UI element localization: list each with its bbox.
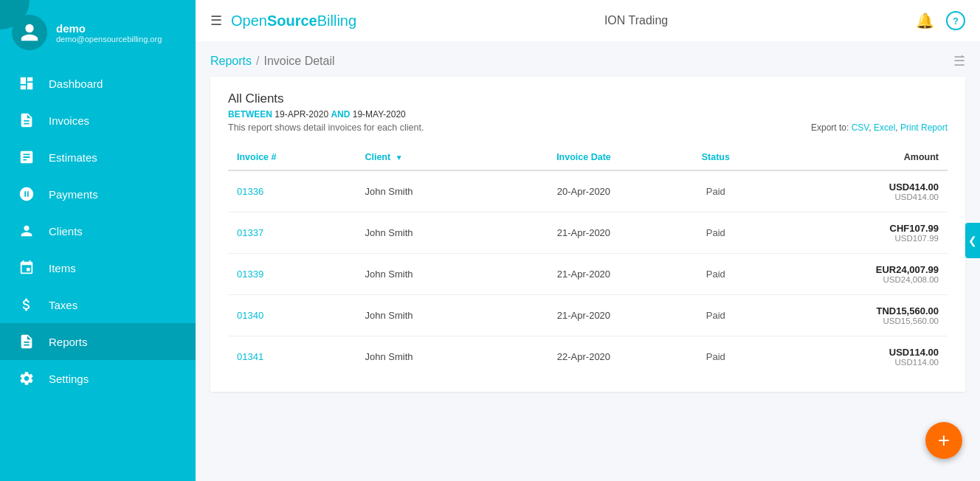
date-start: 19-APR-2020 (275, 109, 331, 120)
right-collapse-tab[interactable]: ❮ (965, 223, 980, 258)
table-row: 01341 John Smith 22-Apr-2020 Paid USD114… (228, 336, 948, 378)
sidebar-label-estimates: Estimates (49, 151, 97, 164)
report-card: All Clients BETWEEN 19-APR-2020 AND 19-M… (210, 77, 965, 392)
invoice-link-4[interactable]: 01341 (237, 351, 263, 362)
col-invoice-date: Invoice Date (503, 145, 665, 170)
cell-invoice-num-4: 01341 (228, 336, 356, 378)
dashboard-icon (15, 75, 38, 91)
settings-icon (15, 370, 38, 387)
export-csv-link[interactable]: CSV (852, 122, 869, 133)
sidebar-item-dashboard[interactable]: Dashboard (0, 65, 196, 102)
cell-status-3: Paid (664, 295, 767, 336)
items-icon (15, 260, 38, 276)
page-content: Reports / Invoice Detail ☰̇ All Clients … (196, 41, 980, 481)
reports-icon (15, 333, 38, 350)
invoice-link-2[interactable]: 01339 (237, 269, 263, 280)
invoice-link-0[interactable]: 01336 (237, 186, 263, 197)
sidebar-label-items: Items (49, 262, 76, 274)
cell-amount-1: CHF107.99 USD107.99 (767, 212, 948, 254)
report-description: This report shows detail invoices for ea… (228, 122, 948, 133)
table-row: 01336 John Smith 20-Apr-2020 Paid USD414… (228, 170, 948, 212)
amount-secondary-2: USD24,008.00 (776, 275, 939, 284)
company-name: ION Trading (604, 14, 668, 27)
sidebar-label-payments: Payments (49, 188, 98, 201)
cell-date-0: 20-Apr-2020 (503, 170, 665, 212)
profile-email: demo@opensourcebilling.org (56, 35, 162, 44)
export-print-link[interactable]: Print Report (900, 122, 948, 133)
amount-secondary-0: USD414.00 (776, 193, 939, 201)
date-end: 19-MAY-2020 (353, 109, 406, 120)
sidebar-item-estimates[interactable]: Estimates (0, 139, 196, 176)
export-excel-link[interactable]: Excel (874, 122, 895, 133)
breadcrumb-separator: / (256, 55, 259, 68)
cell-amount-3: TND15,560.00 USD15,560.00 (767, 295, 948, 336)
cell-invoice-num-2: 01339 (228, 254, 356, 295)
profile-info: demo demo@opensourcebilling.org (56, 22, 162, 44)
cell-client-4: John Smith (356, 336, 503, 378)
cell-date-1: 21-Apr-2020 (503, 212, 665, 254)
cell-amount-4: USD114.00 USD114.00 (767, 336, 948, 378)
cell-client-3: John Smith (356, 295, 503, 336)
col-client[interactable]: Client ▼ (356, 145, 503, 170)
payments-icon (15, 186, 38, 202)
date-and-label: AND (331, 109, 350, 120)
cell-client-0: John Smith (356, 170, 503, 212)
cell-client-2: John Smith (356, 254, 503, 295)
sidebar-label-invoices: Invoices (49, 114, 89, 127)
sidebar-profile: demo demo@opensourcebilling.org (0, 0, 196, 65)
estimates-icon (15, 149, 38, 165)
sidebar-nav: Dashboard Invoices Estimates Payments Cl (0, 65, 196, 481)
cell-invoice-num-3: 01340 (228, 295, 356, 336)
sidebar-label-dashboard: Dashboard (49, 77, 103, 90)
taxes-icon (15, 297, 38, 313)
report-description-text: This report shows detail invoices for ea… (228, 122, 424, 133)
sidebar-label-reports: Reports (49, 336, 88, 348)
help-icon[interactable]: ? (946, 11, 965, 30)
invoice-link-1[interactable]: 01337 (237, 227, 263, 238)
notification-icon[interactable]: 🔔 (916, 12, 934, 30)
invoice-table: Invoice # Client ▼ Invoice Date Status (228, 145, 948, 377)
cell-status-0: Paid (664, 170, 767, 212)
col-amount: Amount (767, 145, 948, 170)
report-title: All Clients (228, 91, 948, 106)
cell-status-4: Paid (664, 336, 767, 378)
col-invoice-num: Invoice # (228, 145, 356, 170)
sidebar-item-invoices[interactable]: Invoices (0, 102, 196, 139)
sidebar: demo demo@opensourcebilling.org Dashboar… (0, 0, 196, 481)
date-between-label: BETWEEN (228, 109, 272, 120)
sort-icon: ▼ (396, 153, 403, 162)
sidebar-item-payments[interactable]: Payments (0, 176, 196, 212)
sidebar-item-reports[interactable]: Reports (0, 323, 196, 360)
filter-icon[interactable]: ☰̇ (953, 53, 965, 69)
breadcrumb-current: Invoice Detail (263, 55, 334, 68)
amount-primary-0: USD414.00 (776, 181, 939, 193)
table-row: 01337 John Smith 21-Apr-2020 Paid CHF107… (228, 212, 948, 254)
cell-date-2: 21-Apr-2020 (503, 254, 665, 295)
page-header: Reports / Invoice Detail ☰̇ (196, 41, 980, 77)
breadcrumb: Reports / Invoice Detail (210, 55, 335, 68)
sidebar-label-settings: Settings (49, 373, 89, 385)
sidebar-label-taxes: Taxes (49, 299, 77, 311)
hamburger-icon[interactable]: ☰ (210, 13, 222, 29)
amount-secondary-3: USD15,560.00 (776, 316, 939, 325)
brand-logo: OpenSourceBilling (231, 13, 356, 30)
amount-secondary-4: USD114.00 (776, 358, 939, 367)
cell-amount-2: EUR24,007.99 USD24,008.00 (767, 254, 948, 295)
breadcrumb-reports[interactable]: Reports (210, 55, 252, 68)
sidebar-item-items[interactable]: Items (0, 249, 196, 286)
amount-primary-1: CHF107.99 (776, 223, 939, 234)
col-status: Status (664, 145, 767, 170)
cell-date-4: 22-Apr-2020 (503, 336, 665, 378)
sidebar-item-clients[interactable]: Clients (0, 212, 196, 249)
sidebar-item-taxes[interactable]: Taxes (0, 286, 196, 323)
export-links: Export to: CSV, Excel, Print Report (811, 122, 948, 133)
cell-invoice-num-1: 01337 (228, 212, 356, 254)
export-label-text: Export to: (811, 122, 852, 133)
sidebar-item-settings[interactable]: Settings (0, 360, 196, 397)
invoice-link-3[interactable]: 01340 (237, 310, 263, 321)
cell-amount-0: USD414.00 USD414.00 (767, 170, 948, 212)
amount-primary-3: TND15,560.00 (776, 305, 939, 316)
topbar-left: ☰ OpenSourceBilling (210, 13, 356, 30)
fab-button[interactable]: + (925, 422, 962, 459)
report-date-range: BETWEEN 19-APR-2020 AND 19-MAY-2020 (228, 109, 948, 120)
